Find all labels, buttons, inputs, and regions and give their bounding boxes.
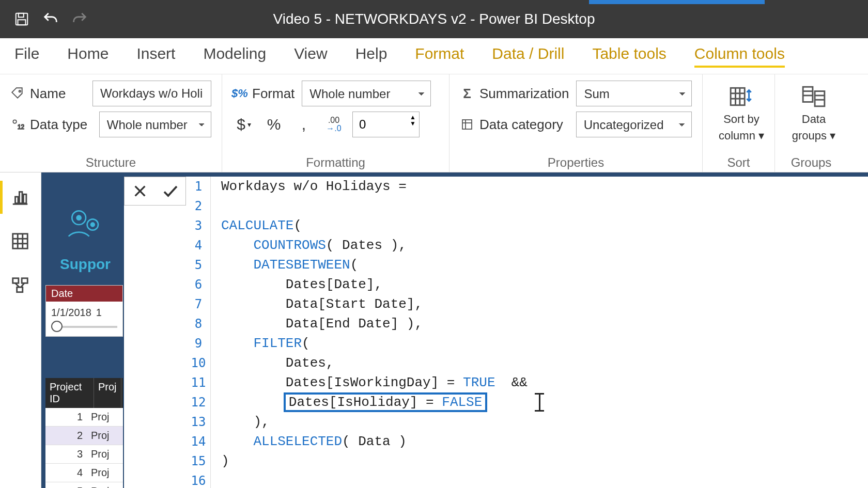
ribbon: Name 123 Data type Whole number Structur… (0, 74, 868, 172)
format-icon: $% (233, 86, 247, 101)
svg-rect-14 (803, 87, 813, 102)
undo-icon[interactable] (39, 8, 62, 30)
ribbon-group-properties: Σ Summarization Sum Data category Uncate… (450, 74, 703, 172)
comma-button[interactable]: , (292, 113, 315, 136)
formula-editor[interactable]: 1Workdays w/o Holidays = 23CALCULATE(4 C… (124, 172, 868, 488)
datatype-label: Data type (30, 117, 87, 133)
tab-column-tools[interactable]: Column tools (694, 45, 785, 68)
sort-by-column-button[interactable]: Sort by column ▾ (713, 81, 770, 143)
line-number: 5 (186, 258, 211, 272)
content-area: Suppor Date 1/1/2018 1 Project ID Proj 1… (0, 172, 868, 488)
tag-icon (10, 86, 25, 101)
svg-rect-30 (22, 278, 27, 284)
table-header-projectid[interactable]: Project ID (45, 378, 94, 408)
table-visual[interactable]: Project ID Proj 1Proj2Proj3Proj4Proj5Pro… (45, 378, 123, 488)
summarization-select[interactable]: Sum (576, 81, 692, 106)
code-line[interactable]: 10 Dates, (211, 353, 868, 373)
report-view-icon[interactable] (10, 187, 31, 208)
code-line[interactable]: 13 ), (211, 412, 868, 432)
line-number: 4 (186, 238, 211, 253)
table-row[interactable]: 1Proj (45, 408, 123, 427)
code-line[interactable]: 7 Data[Start Date], (211, 294, 868, 314)
code-line[interactable]: 11 Dates[IsWorkingDay] = TRUE && (211, 373, 868, 392)
properties-group-label: Properties (460, 152, 692, 170)
name-input[interactable] (92, 81, 211, 106)
code-line[interactable]: 4 COUNTROWS( Dates ), (211, 235, 868, 255)
commit-formula-button[interactable] (155, 177, 185, 205)
decimal-places-input[interactable]: 0 ▲▼ (352, 112, 420, 137)
code-line[interactable]: 6 Dates[Date], (211, 275, 868, 294)
svg-rect-20 (15, 197, 18, 203)
code-line[interactable]: 3CALCULATE( (211, 216, 868, 235)
code-line[interactable]: 5 DATESBETWEEN( (211, 255, 868, 275)
datatype-select[interactable]: Whole number (99, 112, 211, 137)
data-view-icon[interactable] (10, 231, 31, 252)
sort-group-label: Sort (713, 152, 764, 170)
tab-data-drill[interactable]: Data / Drill (492, 45, 564, 68)
support-label: Suppor (60, 256, 111, 273)
svg-rect-31 (17, 287, 22, 292)
svg-point-4 (13, 120, 16, 123)
groups-icon (801, 84, 827, 109)
code-line[interactable]: 8 Data[End Date] ), (211, 314, 868, 334)
tab-modeling[interactable]: Modeling (203, 45, 266, 68)
line-number: 10 (186, 356, 211, 370)
svg-text:123: 123 (18, 123, 24, 131)
code-line[interactable]: 14 ALLSELECTED( Data ) (211, 432, 868, 451)
code-line[interactable]: 15) (211, 451, 868, 471)
sort-icon (729, 84, 754, 109)
svg-point-37 (91, 223, 95, 227)
chevron-down-icon: ▾ (830, 129, 835, 142)
datatype-icon: 123 (10, 117, 25, 132)
svg-rect-22 (23, 194, 26, 203)
data-groups-button[interactable]: Data groups ▾ (785, 81, 842, 143)
cancel-formula-button[interactable] (125, 177, 155, 205)
svg-rect-17 (815, 91, 825, 106)
line-number: 1 (186, 179, 211, 194)
code-area[interactable]: 1Workdays w/o Holidays = 23CALCULATE(4 C… (211, 177, 868, 488)
table-row[interactable]: 2Proj (45, 427, 123, 445)
code-line[interactable]: 9 FILTER( (211, 334, 868, 353)
table-row[interactable]: 4Proj (45, 464, 123, 482)
tab-insert[interactable]: Insert (136, 45, 175, 68)
nav-rail (0, 172, 41, 488)
model-view-icon[interactable] (10, 276, 31, 296)
gears-icon (65, 204, 106, 241)
chevron-down-icon: ▾ (758, 129, 764, 142)
tab-help[interactable]: Help (355, 45, 388, 68)
tab-table-tools[interactable]: Table tools (592, 45, 666, 68)
percent-button[interactable]: % (262, 113, 285, 136)
tab-file[interactable]: File (14, 45, 39, 68)
structure-group-label: Structure (10, 152, 211, 170)
slicer-slider[interactable] (51, 326, 117, 328)
table-row[interactable]: 3Proj (45, 445, 123, 464)
ribbon-group-structure: Name 123 Data type Whole number Structur… (0, 74, 222, 172)
tab-format[interactable]: Format (415, 45, 464, 68)
svg-rect-2 (18, 20, 26, 25)
currency-button[interactable]: $▾ (233, 113, 255, 136)
code-line[interactable]: 12 Dates[IsHoliday] = FALSE (211, 392, 868, 412)
line-number: 7 (186, 297, 211, 311)
line-number: 6 (186, 277, 211, 292)
table-header-proj[interactable]: Proj (94, 378, 121, 408)
date-slicer[interactable]: Date 1/1/2018 1 (45, 285, 123, 337)
code-line[interactable]: 1Workdays w/o Holidays = (211, 177, 868, 196)
spin-down-icon[interactable]: ▼ (410, 120, 416, 127)
code-line[interactable]: 2 (211, 196, 868, 216)
code-line[interactable]: 16 (211, 471, 868, 488)
category-select[interactable]: Uncategorized (576, 112, 692, 137)
save-icon[interactable] (10, 8, 33, 30)
sigma-icon: Σ (460, 86, 474, 101)
line-number: 3 (186, 218, 211, 233)
slicer-start-date[interactable]: 1/1/2018 (51, 307, 91, 318)
format-select[interactable]: Whole number (302, 81, 431, 106)
decimal-shift-icon[interactable]: .00→.0 (322, 113, 345, 136)
slider-thumb[interactable] (51, 321, 63, 332)
svg-rect-24 (12, 234, 27, 249)
name-label: Name (30, 86, 66, 102)
ribbon-tabs: File Home Insert Modeling View Help Form… (0, 38, 868, 74)
tab-view[interactable]: View (294, 45, 327, 68)
summarization-label: Summarization (479, 86, 569, 102)
tab-home[interactable]: Home (67, 45, 109, 68)
table-row[interactable]: 5Proj (45, 482, 123, 488)
